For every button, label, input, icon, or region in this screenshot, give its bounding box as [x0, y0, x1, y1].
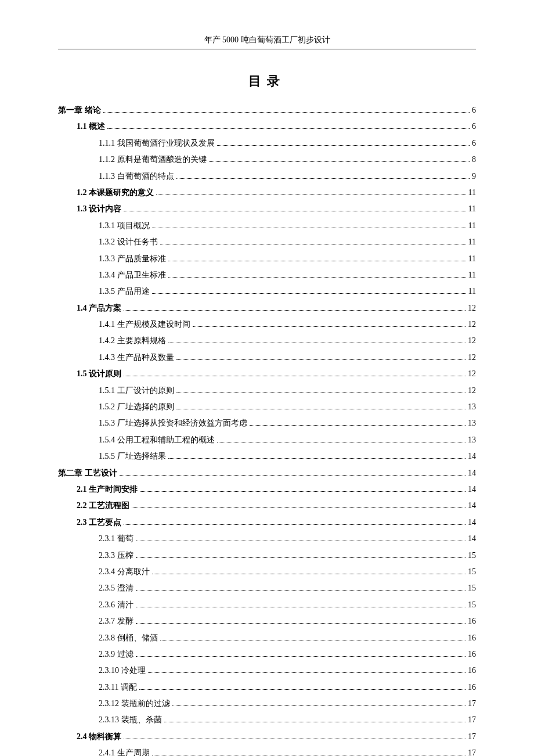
- toc-leader: [152, 228, 466, 228]
- toc-entry: 2.3.12 装瓶前的过滤17: [58, 697, 476, 710]
- toc-entry: 2.1 生产时间安排14: [58, 483, 476, 496]
- toc-entry-page: 12: [468, 334, 476, 347]
- toc-leader: [148, 672, 466, 673]
- toc-entry-label: 2.3.5 澄清: [99, 582, 134, 595]
- toc-entry: 1.3.3 产品质量标准11: [58, 253, 476, 265]
- toc-leader: [124, 524, 466, 525]
- toc-entry-page: 14: [468, 483, 476, 496]
- toc-entry: 1.4.1 生产规模及建设时间12: [58, 318, 476, 331]
- toc-leader: [124, 211, 466, 211]
- toc-entry-page: 17: [468, 697, 476, 710]
- toc-leader: [168, 458, 466, 459]
- toc-entry-label: 1.5.3 厂址选择从投资和经济效益方面考虑: [99, 417, 247, 430]
- toc-entry-page: 11: [468, 236, 476, 249]
- toc-leader: [136, 656, 466, 657]
- toc-leader: [160, 640, 466, 640]
- toc-entry-label: 1.2 本课题研究的意义: [77, 186, 154, 199]
- toc-entry-page: 15: [468, 582, 476, 595]
- toc-entry: 2.3.1 葡萄14: [58, 532, 476, 545]
- toc-entry-page: 12: [468, 351, 476, 364]
- toc-leader: [217, 145, 470, 146]
- toc-entry-page: 6: [472, 120, 476, 133]
- toc-entry-label: 2.3.1 葡萄: [99, 532, 134, 545]
- toc-entry: 2.3.7 发酵16: [58, 615, 476, 628]
- toc-entry: 1.3 设计内容11: [58, 203, 476, 215]
- toc-entry-label: 2.2 工艺流程图: [77, 499, 129, 512]
- toc-entry-page: 14: [468, 499, 476, 512]
- toc-leader: [193, 326, 466, 327]
- toc-entry-label: 1.5.2 厂址选择的原则: [99, 401, 174, 413]
- toc-leader: [136, 557, 466, 558]
- toc-entry-label: 2.3.9 过滤: [99, 648, 134, 661]
- toc-leader: [136, 590, 466, 591]
- toc-entry: 1.5.5 厂址选择结果14: [58, 450, 476, 463]
- toc-entry: 2.3.3 压榨15: [58, 549, 476, 562]
- toc-entry: 1.4.2 主要原料规格12: [58, 334, 476, 347]
- toc-leader: [103, 112, 470, 113]
- toc-entry: 1.3.4 产品卫生标准11: [58, 269, 476, 282]
- toc-entry: 2.3.4 分离取汁15: [58, 566, 476, 578]
- toc-entry: 1.5.2 厂址选择的原则13: [58, 401, 476, 413]
- toc-entry-label: 2.3.4 分离取汁: [99, 566, 150, 578]
- toc-entry: 1.4 产品方案12: [58, 302, 476, 315]
- toc-entry-label: 1.3 设计内容: [77, 203, 121, 215]
- toc-entry-page: 8: [472, 153, 476, 166]
- toc-entry-label: 2.3.13 装瓶、杀菌: [99, 714, 162, 726]
- toc-entry-page: 13: [468, 434, 476, 447]
- toc-entry: 1.5 设计原则12: [58, 368, 476, 380]
- toc-leader: [152, 293, 466, 294]
- toc-leader: [120, 475, 466, 476]
- toc-leader: [160, 244, 466, 244]
- toc-entry-page: 16: [468, 648, 476, 661]
- toc-entry: 1.3.1 项目概况11: [58, 219, 476, 232]
- toc-entry: 2.3.13 装瓶、杀菌17: [58, 714, 476, 726]
- toc-entry-label: 2.3.8 倒桶、储酒: [99, 632, 158, 645]
- toc-entry-page: 12: [468, 302, 476, 315]
- toc-entry-label: 第一章 绪论: [58, 104, 101, 117]
- toc-entry-page: 17: [468, 714, 476, 726]
- toc-entry-label: 1.5.4 公用工程和辅助工程的概述: [99, 434, 215, 447]
- document-header: 年产 5000 吨白葡萄酒工厂初步设计: [58, 35, 476, 49]
- toc-entry-page: 13: [468, 401, 476, 413]
- toc-entry-page: 6: [472, 104, 476, 117]
- toc-leader: [176, 359, 466, 360]
- toc-entry-page: 6: [472, 137, 476, 150]
- toc-leader: [139, 689, 466, 690]
- toc-leader: [168, 261, 466, 261]
- toc-entry-label: 1.4 产品方案: [77, 302, 121, 315]
- toc-leader: [172, 705, 466, 706]
- toc-entry-label: 2.4.1 生产周期: [99, 747, 150, 756]
- toc-entry-page: 12: [468, 368, 476, 380]
- toc-leader: [107, 128, 470, 129]
- toc-entry-label: 第二章 工艺设计: [58, 467, 117, 480]
- toc-entry-page: 15: [468, 549, 476, 562]
- toc-leader: [136, 541, 466, 541]
- toc-entry-label: 1.1.1 我国葡萄酒行业现状及发展: [99, 137, 215, 150]
- toc-entry: 2.2 工艺流程图14: [58, 499, 476, 512]
- toc-entry-page: 16: [468, 664, 476, 677]
- toc-leader: [209, 161, 470, 162]
- toc-entry-label: 1.3.4 产品卫生标准: [99, 269, 166, 282]
- toc-entry: 2.3.5 澄清15: [58, 582, 476, 595]
- toc-entry: 第二章 工艺设计14: [58, 467, 476, 480]
- toc-entry-label: 1.4.2 主要原料规格: [99, 334, 166, 347]
- toc-leader: [136, 623, 466, 624]
- toc-entry-label: 2.3 工艺要点: [77, 516, 121, 529]
- toc-entry-label: 2.3.10 冷处理: [99, 664, 146, 677]
- toc-entry-page: 15: [468, 599, 476, 611]
- toc-entry: 1.1.2 原料是葡萄酒酿造的关键8: [58, 153, 476, 166]
- toc-entry: 1.3.5 产品用途11: [58, 285, 476, 298]
- toc-leader: [176, 178, 470, 179]
- toc-entry-label: 1.3.2 设计任务书: [99, 236, 158, 249]
- toc-entry-label: 2.3.6 清汁: [99, 599, 134, 611]
- toc-entry-page: 11: [468, 253, 476, 265]
- toc-entry: 1.1 概述6: [58, 120, 476, 133]
- toc-entry-page: 14: [468, 516, 476, 529]
- toc-entry-page: 17: [468, 730, 476, 743]
- toc-entry-page: 15: [468, 566, 476, 578]
- toc-leader: [136, 607, 466, 607]
- toc-entry: 1.3.2 设计任务书11: [58, 236, 476, 249]
- toc-entry: 2.3.11 调配16: [58, 681, 476, 694]
- toc-entry: 2.3.8 倒桶、储酒16: [58, 632, 476, 645]
- toc-entry-label: 1.5.5 厂址选择结果: [99, 450, 166, 463]
